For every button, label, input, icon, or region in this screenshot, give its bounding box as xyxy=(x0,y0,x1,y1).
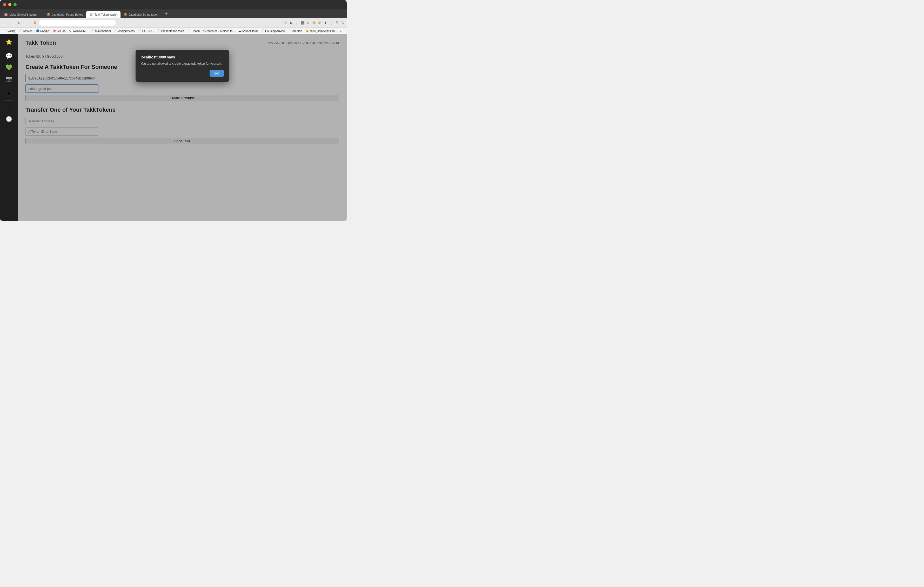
view-button[interactable]: ⊞ xyxy=(23,20,28,25)
download-icon: ⬇ xyxy=(323,21,327,25)
tab-label: Make School Students - Cale... xyxy=(9,13,41,16)
bookmark-icon: 🔵 xyxy=(36,29,39,32)
bookmark-icon: 🐱 xyxy=(306,29,309,32)
tab-label: JavaScript String toLowerCas... xyxy=(129,13,160,16)
grid-icon: ⊞ xyxy=(306,21,310,25)
sidebar-more-button[interactable]: ··· xyxy=(7,213,11,219)
bookmark-label: Medium – a place to... xyxy=(207,29,235,33)
bookmark-label: GitHub xyxy=(57,29,66,33)
bookmark-label: code_snippets/Djan... xyxy=(310,29,337,33)
bookmark-icon: 📄 xyxy=(91,29,94,32)
bookmark-icon: 📄 xyxy=(138,29,141,32)
tab-label: JavaScript Popup Boxes xyxy=(52,13,83,16)
bookmark-label: Voting xyxy=(8,29,16,33)
bookmark-label: Health xyxy=(191,29,200,33)
bookmark-icon: 📄 xyxy=(114,29,117,32)
forward-button[interactable]: → xyxy=(9,20,15,25)
bookmark-voting[interactable]: 📄 Voting xyxy=(2,29,17,33)
minimize-button[interactable] xyxy=(8,3,12,6)
reload-button[interactable]: ↻ xyxy=(16,20,22,25)
menu-icon: ☰ xyxy=(335,21,339,25)
bookmark-icon: Ⓜ xyxy=(203,29,206,33)
tab-favicon: 📅 xyxy=(4,13,8,16)
shield-icon: 🛡 xyxy=(283,21,287,25)
bookmark-soundcloud[interactable]: ☁ SoundCloud xyxy=(237,29,259,33)
play-icon: ▶ xyxy=(289,21,293,25)
page-content: Takk Token 0xf795a22d524cb546a11720746b5… xyxy=(18,34,347,221)
bookmark-coding[interactable]: 📄 CODING xyxy=(137,29,155,33)
bookmark-icon: 📄 xyxy=(19,29,22,32)
bookmark-label: CODING xyxy=(142,29,153,33)
sidebar-icon-messages[interactable]: 💬 xyxy=(3,51,14,61)
bookmark-label: WAKATIME xyxy=(73,29,87,33)
browser-content: ⭐ 💬 💚 📷 ➤ ♡ 🕐 ··· Takk Token 0xf795a22d5… xyxy=(0,34,347,221)
url-bar: ← → ↻ ⊞ 🔒 localhost:3000/# 🛡 ▶ | ⬛ ⊞ 🦊 🧩… xyxy=(0,18,347,28)
maximize-button[interactable] xyxy=(13,3,16,6)
url-input[interactable]: localhost:3000/# xyxy=(38,20,116,26)
extension1-icon: 🦊 xyxy=(312,21,316,25)
bookmark-label: Presentation tools xyxy=(161,29,184,33)
dialog-message: You are not allowed to create a gratitud… xyxy=(141,61,224,66)
bookmark-github[interactable]: 🐙 GitHub xyxy=(51,29,67,33)
bookmark-makeschool[interactable]: 📄 MakeSchool xyxy=(89,29,112,33)
traffic-lights xyxy=(3,3,16,6)
titlebar xyxy=(0,0,347,9)
search-icon[interactable]: 🔍 xyxy=(340,21,345,25)
bookmark-label: Articles xyxy=(23,29,33,33)
close-button[interactable] xyxy=(3,3,6,6)
tab-favicon: 📦 xyxy=(124,13,127,16)
sidebar-icon-instagram[interactable]: 📷 xyxy=(3,74,14,84)
tab-js-popup[interactable]: 📦 JavaScript Popup Boxes xyxy=(44,11,86,18)
bookmark-label: MakeSchool xyxy=(95,29,111,33)
bookmark-label: Ableton xyxy=(292,29,302,33)
browser-window: 📅 Make School Students - Cale... 📦 JavaS… xyxy=(0,0,347,221)
bookmark-codesnippets[interactable]: 🐱 code_snippets/Djan... xyxy=(304,29,339,33)
bookmark-label: SoundCloud xyxy=(242,29,257,33)
bookmark-housing[interactable]: 📄 Housing Advice xyxy=(260,29,286,33)
window-icon: ⬜ xyxy=(329,21,333,25)
bookmark-label: Assignments xyxy=(118,29,135,33)
bookmark-medium[interactable]: Ⓜ Medium – a place to... xyxy=(202,28,236,33)
tab-label: Takk Token Wallet xyxy=(94,13,117,16)
tab-js-string[interactable]: 📦 JavaScript String toLowerCas... xyxy=(120,11,163,18)
toolbar-right: 🛡 ▶ | ⬛ ⊞ 🦊 🧩 ⬇ ⬜ ☰ 🔍 xyxy=(283,21,345,25)
bookmarks-more-button[interactable]: » xyxy=(339,29,343,33)
dialog-footer: OK xyxy=(141,70,224,77)
extension2-icon: 🧩 xyxy=(318,21,322,25)
tab-make-school[interactable]: 📅 Make School Students - Cale... xyxy=(1,11,44,18)
tabs-bar: 📅 Make School Students - Cale... 📦 JavaS… xyxy=(0,9,347,18)
bookmark-assignments[interactable]: 📄 Assignments xyxy=(113,29,136,33)
bookmark-articles[interactable]: 📄 Articles xyxy=(18,29,34,33)
dialog-ok-button[interactable]: OK xyxy=(210,70,224,77)
dialog-overlay: localhost:3000 says You are not allowed … xyxy=(18,34,347,221)
bookmark-icon: ⏱ xyxy=(69,29,72,32)
sidebar-icon-send[interactable]: ➤ xyxy=(3,88,14,99)
bookmark-icon: 📄 xyxy=(188,29,191,32)
screenshot-icon: ⬛ xyxy=(300,21,305,25)
dialog-title: localhost:3000 says xyxy=(141,55,224,59)
bookmark-label: Housing Advice xyxy=(265,29,285,33)
new-tab-button[interactable]: + xyxy=(163,11,170,16)
bookmark-google[interactable]: 🔵 Google xyxy=(35,29,51,33)
bookmark-wakatime[interactable]: ⏱ WAKATIME xyxy=(68,29,89,33)
sidebar-icon-heart[interactable]: ♡ xyxy=(3,102,14,113)
bookmark-icon: 📄 xyxy=(157,29,160,32)
bookmark-icon: 📄 xyxy=(261,29,264,32)
tab-takk-token[interactable]: 🏦 Takk Token Wallet xyxy=(86,11,120,18)
sidebar-icon-star[interactable]: ⭐ xyxy=(3,36,14,47)
tab-favicon: 📦 xyxy=(47,13,50,16)
dialog-box: localhost:3000 says You are not allowed … xyxy=(135,50,229,82)
back-button[interactable]: ← xyxy=(2,20,8,25)
bookmark-icon: ☁ xyxy=(238,29,241,32)
bookmark-icon: 🐙 xyxy=(53,29,56,32)
bookmark-presentation[interactable]: 📄 Presentation tools xyxy=(155,29,185,33)
mac-sidebar: ⭐ 💬 💚 📷 ➤ ♡ 🕐 ··· xyxy=(0,34,18,221)
tab-favicon: 🏦 xyxy=(89,13,93,16)
bookmark-label: Google xyxy=(40,29,49,33)
bookmark-icon: 📄 xyxy=(3,29,7,32)
divider: | xyxy=(295,21,299,25)
sidebar-icon-whatsapp[interactable]: 💚 xyxy=(3,62,14,73)
bookmark-ableton[interactable]: 📄 Ableton xyxy=(287,29,304,33)
bookmark-health[interactable]: 📄 Health xyxy=(186,29,201,33)
sidebar-icon-clock[interactable]: 🕐 xyxy=(3,114,14,124)
